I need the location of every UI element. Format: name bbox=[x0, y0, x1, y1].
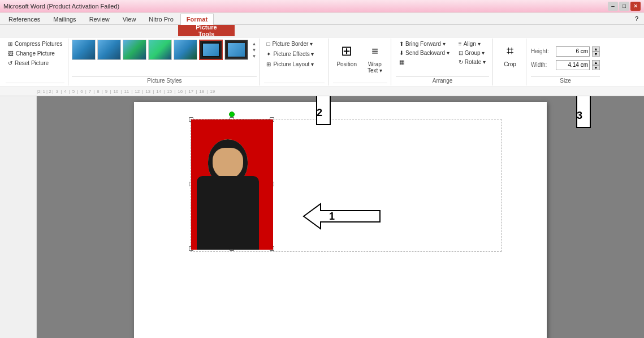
photo-frame bbox=[191, 119, 273, 250]
selection-pane-button[interactable]: ▦ bbox=[396, 58, 453, 66]
compress-pictures-button[interactable]: ⊞ Compress Pictures bbox=[6, 40, 64, 48]
bring-forward-button[interactable]: ⬆ Bring Forward ▾ bbox=[396, 40, 453, 48]
picture-border-button[interactable]: □ Picture Border ▾ bbox=[264, 40, 316, 48]
height-field: Height: ▲ ▼ bbox=[531, 46, 600, 57]
height-label: Height: bbox=[531, 48, 554, 54]
tab-view[interactable]: View bbox=[116, 14, 142, 24]
svg-marker-0 bbox=[304, 204, 380, 229]
svg-text:2: 2 bbox=[317, 107, 322, 118]
align-icon: ≡ bbox=[459, 41, 462, 47]
width-field: Width: ▲ ▼ bbox=[531, 60, 600, 70]
picture-style-3[interactable] bbox=[123, 40, 146, 60]
picture-style-5[interactable] bbox=[174, 40, 197, 60]
face bbox=[213, 148, 243, 179]
title-text: Microsoft Word (Product Activation Faile… bbox=[3, 3, 119, 10]
arrange-col1: ⬆ Bring Forward ▾ ⬇ Send Backward ▾ ▦ bbox=[396, 40, 453, 66]
picture-style-7[interactable] bbox=[224, 40, 248, 60]
wrap-text-icon: ≡ bbox=[366, 42, 384, 60]
align-button[interactable]: ≡ Align ▾ bbox=[455, 40, 489, 48]
position-button[interactable]: ⊞ Position bbox=[333, 40, 360, 70]
svg-text:1: 1 bbox=[329, 211, 335, 222]
bring-forward-icon: ⬆ bbox=[399, 41, 404, 47]
ribbon-group-crop: ⌗ Crop bbox=[494, 38, 526, 85]
ribbon-group-arrange: ⬆ Bring Forward ▾ ⬇ Send Backward ▾ ▦ ≡ … bbox=[392, 38, 493, 85]
styles-scroll-down[interactable]: ▼ bbox=[251, 47, 257, 53]
compress-icon: ⊞ bbox=[8, 41, 12, 47]
send-backward-icon: ⬇ bbox=[399, 50, 404, 56]
annotation-arrow-1: 1 bbox=[270, 195, 383, 239]
ribbon-group-size: Height: ▲ ▼ Width: ▲ ▼ Size bbox=[528, 38, 603, 85]
crop-icon: ⌗ bbox=[501, 42, 519, 60]
crop-button[interactable]: ⌗ Crop bbox=[498, 40, 522, 70]
svg-marker-2 bbox=[309, 96, 338, 125]
width-spinner: ▲ ▼ bbox=[592, 60, 600, 70]
ribbon-group-pos-wrap: ⊞ Position ≡ WrapText ▾ bbox=[330, 38, 391, 85]
document-area: 1 2 3 bbox=[0, 96, 644, 338]
tab-review[interactable]: Review bbox=[83, 14, 116, 24]
close-button[interactable]: ✕ bbox=[630, 2, 641, 11]
styles-dropdown[interactable]: ▼ bbox=[251, 53, 257, 59]
picture-tools-context-label: Picture Tools bbox=[178, 25, 235, 36]
group-icon: ⊡ bbox=[459, 50, 463, 56]
person-figure bbox=[191, 136, 265, 250]
width-input[interactable] bbox=[556, 60, 590, 70]
pos-wrap-label bbox=[333, 83, 387, 84]
svg-text:3: 3 bbox=[577, 110, 582, 121]
picture-style-2[interactable] bbox=[97, 40, 121, 60]
svg-marker-4 bbox=[569, 96, 598, 127]
height-up-button[interactable]: ▲ bbox=[592, 46, 600, 52]
send-backward-button[interactable]: ⬇ Send Backward ▾ bbox=[396, 49, 453, 57]
tab-format[interactable]: Format bbox=[180, 14, 214, 25]
title-bar-controls: – □ ✕ bbox=[608, 2, 641, 11]
position-icon: ⊞ bbox=[338, 42, 356, 60]
rotation-handle[interactable] bbox=[229, 112, 235, 117]
picture-style-1[interactable] bbox=[72, 40, 96, 60]
picture-layout-button[interactable]: ⊞ Picture Layout ▾ bbox=[264, 60, 316, 69]
tab-mailings[interactable]: Mailings bbox=[47, 14, 82, 24]
arrange-group-label: Arrange bbox=[396, 76, 489, 84]
left-sidebar bbox=[0, 96, 37, 338]
tab-references[interactable]: References bbox=[2, 14, 46, 24]
height-spinner: ▲ ▼ bbox=[592, 46, 600, 57]
title-bar: Microsoft Word (Product Activation Faile… bbox=[0, 0, 644, 12]
width-down-button[interactable]: ▼ bbox=[592, 65, 600, 70]
ribbon: ⊞ Compress Pictures 🖼 Change Picture ↺ R… bbox=[0, 37, 644, 87]
change-picture-button[interactable]: 🖼 Change Picture bbox=[6, 49, 64, 58]
width-up-button[interactable]: ▲ bbox=[592, 60, 600, 65]
ribbon-group-picture-options: □ Picture Border ▾ ✦ Picture Effects ▾ ⊞… bbox=[261, 38, 329, 85]
border-icon: □ bbox=[266, 41, 270, 47]
ribbon-tabs: References Mailings Review View Nitro Pr… bbox=[0, 12, 644, 25]
reset-icon: ↺ bbox=[8, 60, 12, 66]
picture-style-6[interactable] bbox=[199, 40, 223, 60]
picture-styles-row: ▲ ▼ ▼ bbox=[72, 40, 257, 60]
styles-scroll-up[interactable]: ▲ bbox=[251, 41, 257, 47]
ribbon-group-adjust: ⊞ Compress Pictures 🖼 Change Picture ↺ R… bbox=[2, 38, 68, 85]
wrap-text-button[interactable]: ≡ WrapText ▾ bbox=[362, 40, 387, 76]
layout-icon: ⊞ bbox=[266, 61, 271, 67]
rotate-button[interactable]: ↻ Rotate ▾ bbox=[455, 58, 489, 66]
group-button[interactable]: ⊡ Group ▾ bbox=[455, 49, 489, 57]
size-group-label: Size bbox=[531, 76, 600, 84]
annotation-arrow-3: 3 bbox=[561, 96, 606, 134]
selection-pane-icon: ▦ bbox=[399, 59, 404, 65]
picture-options-label bbox=[264, 83, 325, 84]
tab-nitro-pro[interactable]: Nitro Pro bbox=[142, 14, 179, 24]
picture-style-4[interactable] bbox=[148, 40, 172, 60]
minimize-button[interactable]: – bbox=[608, 2, 618, 11]
maximize-button[interactable]: □ bbox=[619, 2, 629, 11]
selected-image[interactable] bbox=[191, 119, 273, 249]
annotation-arrow-2: 2 bbox=[301, 96, 346, 129]
height-input[interactable] bbox=[556, 46, 590, 57]
adjust-group-label bbox=[6, 83, 64, 84]
help-button[interactable]: ? bbox=[635, 15, 638, 22]
page-container: 1 2 3 bbox=[37, 96, 644, 338]
rotate-icon: ↻ bbox=[459, 59, 463, 65]
adjust-group-content: ⊞ Compress Pictures 🖼 Change Picture ↺ R… bbox=[6, 40, 64, 83]
effects-icon: ✦ bbox=[266, 51, 271, 57]
ribbon-group-picture-styles: ▲ ▼ ▼ Picture Styles bbox=[70, 38, 260, 85]
height-down-button[interactable]: ▼ bbox=[592, 52, 600, 57]
arrange-col2: ≡ Align ▾ ⊡ Group ▾ ↻ Rotate ▾ bbox=[455, 40, 489, 66]
styles-scroll: ▲ ▼ ▼ bbox=[251, 41, 257, 59]
reset-picture-button[interactable]: ↺ Reset Picture bbox=[6, 59, 64, 67]
picture-effects-button[interactable]: ✦ Picture Effects ▾ bbox=[264, 50, 316, 58]
